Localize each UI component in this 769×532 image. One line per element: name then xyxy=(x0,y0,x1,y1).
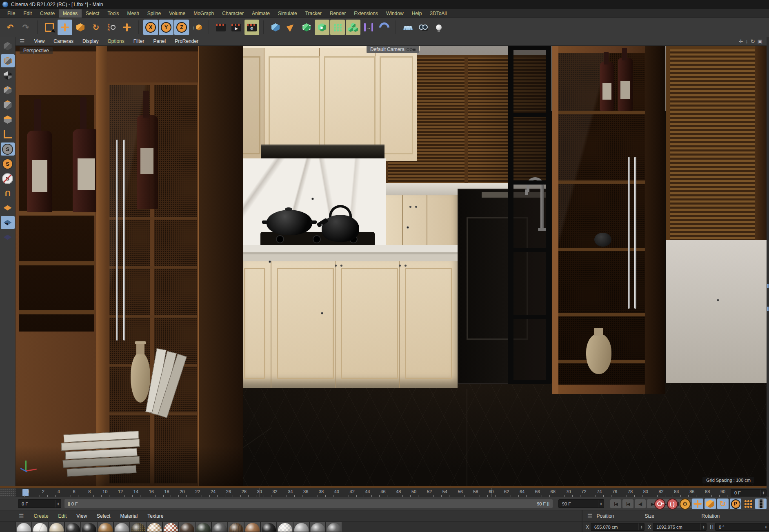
menu-item-select[interactable]: Select xyxy=(82,9,103,18)
render-settings-button[interactable]: ⚙ xyxy=(244,20,259,35)
material-swatch[interactable] xyxy=(130,522,146,532)
end-frame-field[interactable]: 90 F▲▼ xyxy=(558,499,604,508)
material-swatch[interactable] xyxy=(97,522,113,532)
material-swatch[interactable] xyxy=(64,522,81,532)
move-tool[interactable] xyxy=(58,20,72,35)
texture-mode-button[interactable] xyxy=(1,69,15,82)
material-menu-texture[interactable]: Texture xyxy=(142,512,168,520)
material-menu-edit[interactable]: Edit xyxy=(53,512,72,520)
snap-3d-button[interactable]: S xyxy=(1,157,15,170)
menu-item-render[interactable]: Render xyxy=(326,9,350,18)
start-frame-field[interactable]: 0 F▲▼ xyxy=(18,499,61,508)
menu-item-animate[interactable]: Animate xyxy=(248,9,274,18)
panel-handle[interactable] xyxy=(767,284,769,288)
floor-object[interactable] xyxy=(400,20,415,35)
viewport-menu-cameras[interactable]: Cameras xyxy=(49,38,78,45)
coord-value-field[interactable]: 1092.975 cm▲▼ xyxy=(653,523,707,531)
viewport-menu-prorender[interactable]: ProRender xyxy=(170,38,203,45)
material-swatch[interactable] xyxy=(244,522,260,532)
enable-snap-button[interactable]: S xyxy=(1,142,15,156)
key-scale-toggle[interactable] xyxy=(705,499,716,509)
material-swatch[interactable] xyxy=(162,522,179,532)
dolly-view-icon[interactable]: ↕ xyxy=(745,38,748,45)
coord-value-field[interactable]: 655.078 cm▲▼ xyxy=(591,523,645,531)
material-swatch[interactable] xyxy=(113,522,130,532)
coord-value-field[interactable]: 0 °▲▼ xyxy=(715,523,769,531)
material-swatch[interactable] xyxy=(260,522,277,532)
timeline-range-slider[interactable]: || 0 F 90 F || xyxy=(64,499,553,508)
menu-item-create[interactable]: Create xyxy=(36,9,59,18)
material-swatch[interactable] xyxy=(32,522,48,532)
material-swatch[interactable] xyxy=(16,522,32,532)
material-swatch[interactable] xyxy=(179,522,195,532)
snap-off-button[interactable]: S xyxy=(1,172,15,185)
material-menu-create[interactable]: Create xyxy=(29,512,53,520)
key-pla-toggle[interactable] xyxy=(742,499,754,509)
deformer-object[interactable]: → xyxy=(361,20,376,35)
record-keyframe-button[interactable] xyxy=(654,499,665,509)
playback-settings-button[interactable] xyxy=(755,499,767,509)
render-view-button[interactable] xyxy=(213,20,228,35)
material-swatch[interactable] xyxy=(195,522,211,532)
workplane-rotate-button[interactable]: () xyxy=(1,231,15,244)
menu-item-modes[interactable]: Modes xyxy=(59,9,82,18)
light-object[interactable] xyxy=(431,20,446,35)
previous-frame-button[interactable]: ◀| xyxy=(635,499,646,508)
subdivision-surface-object[interactable] xyxy=(299,20,314,35)
axis-move-tool[interactable] xyxy=(120,20,134,35)
viewport-menu-display[interactable]: Display xyxy=(78,38,103,45)
menu-item-tools[interactable]: Tools xyxy=(103,9,123,18)
workplane-mode-button[interactable] xyxy=(1,201,15,214)
cloner-object[interactable] xyxy=(330,20,345,35)
magnet-tool-button[interactable]: U xyxy=(1,187,15,200)
previous-key-button[interactable]: |◀ xyxy=(622,499,633,508)
bend-deformer[interactable] xyxy=(377,20,391,35)
psr-tool[interactable]: P S R xyxy=(104,20,119,35)
camera-label[interactable]: Default Camera xyxy=(367,46,419,53)
axis-mode-button[interactable] xyxy=(1,128,15,141)
edge-mode-button[interactable] xyxy=(1,98,15,111)
menu-item-window[interactable]: Window xyxy=(382,9,408,18)
material-swatch[interactable] xyxy=(146,522,162,532)
menu-item-spline[interactable]: Spline xyxy=(143,9,165,18)
lock-x-axis[interactable]: X xyxy=(143,20,158,35)
material-menu-select[interactable]: Select xyxy=(92,512,115,520)
range-slider-right[interactable]: 90 F || xyxy=(537,501,549,506)
point-mode-button[interactable] xyxy=(1,84,15,97)
viewport-menu-view[interactable]: View xyxy=(30,38,49,45)
material-swatch[interactable] xyxy=(211,522,228,532)
go-to-start-button[interactable]: |◀ xyxy=(610,499,621,508)
coordinate-system-toggle[interactable]: ↑ xyxy=(190,20,204,35)
menu-item-character[interactable]: Character xyxy=(218,9,248,18)
viewport-view-label[interactable]: Perspective xyxy=(20,47,53,54)
menu-item-extensions[interactable]: Extensions xyxy=(350,9,382,18)
pan-view-icon[interactable]: ✛ xyxy=(738,38,743,45)
material-menu-icon[interactable]: ☰ xyxy=(19,513,24,519)
array-object[interactable] xyxy=(346,20,360,35)
key-rotation-toggle[interactable]: ↻ xyxy=(717,499,729,509)
panel-handle[interactable] xyxy=(767,307,769,311)
lock-workplane-button[interactable] xyxy=(1,216,15,229)
timeline-ruler[interactable]: 0246810121416182022242628303234363840424… xyxy=(0,488,769,497)
coordinate-menu-icon[interactable]: ☰ xyxy=(587,513,593,519)
rotate-tool[interactable]: ↻ xyxy=(89,20,103,35)
ruler-frame-field[interactable]: 0 F▲▼ xyxy=(731,489,767,496)
range-slider-left[interactable]: || 0 F xyxy=(68,501,78,506)
viewport-menu-filter[interactable]: Filter xyxy=(129,38,149,45)
generator-object[interactable]: ▶ xyxy=(315,20,329,35)
camera-object[interactable] xyxy=(416,20,431,35)
model-mode-button[interactable] xyxy=(1,54,15,67)
menu-item-help[interactable]: Help xyxy=(408,9,426,18)
menu-item-tracker[interactable]: Tracker xyxy=(301,9,326,18)
menu-item-edit[interactable]: Edit xyxy=(19,9,36,18)
menu-item-simulate[interactable]: Simulate xyxy=(274,9,301,18)
material-swatch[interactable] xyxy=(309,522,326,532)
rotate-view-icon[interactable]: ↻ xyxy=(751,38,755,45)
viewport-menu-panel[interactable]: Panel xyxy=(149,38,170,45)
material-swatch[interactable] xyxy=(228,522,244,532)
key-position-toggle[interactable] xyxy=(692,499,703,509)
material-swatch[interactable] xyxy=(277,522,293,532)
autokey-button[interactable]: ( ) xyxy=(667,499,678,509)
menu-item-3dtoall[interactable]: 3DToAll xyxy=(426,9,451,18)
add-spline-object[interactable] xyxy=(284,20,298,35)
